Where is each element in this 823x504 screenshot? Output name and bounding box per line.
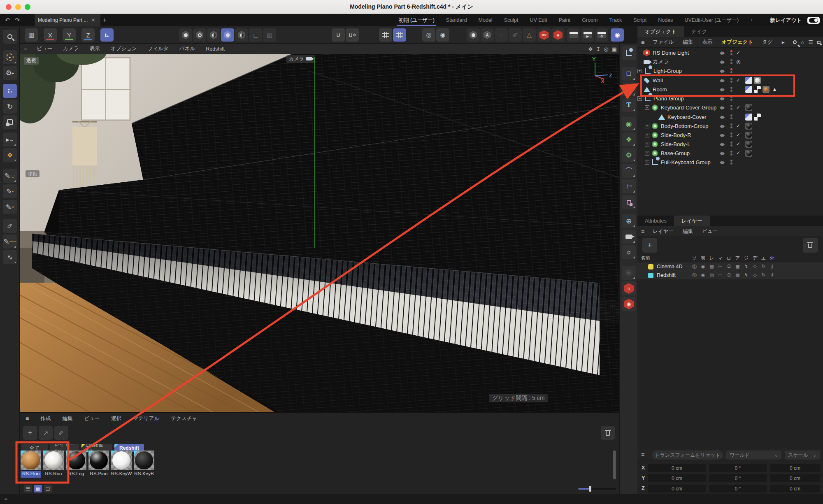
selection-move-icon[interactable]: ▸↔ xyxy=(3,132,17,146)
layout-item-uvedit[interactable]: UV Edit xyxy=(524,14,553,26)
null-object-icon[interactable] xyxy=(622,46,636,60)
asset-browser-icon[interactable]: ◉ xyxy=(611,28,624,42)
x-axis-lock-button[interactable]: X xyxy=(44,28,57,42)
object-row-full-keyboard-group[interactable]: + Full-Keyboard Group ◆◆ xyxy=(637,158,823,167)
coordinate-mode-dropdown[interactable]: スケール⌄ xyxy=(785,451,820,460)
layer-assign-icon[interactable]: ◆◆ xyxy=(720,132,723,138)
visibility-dots[interactable] xyxy=(730,59,732,64)
layer-menu-view[interactable]: ビュー xyxy=(697,228,722,235)
position-z-field[interactable]: 0 cm xyxy=(648,485,706,492)
pick-material-icon[interactable]: ✐ xyxy=(54,426,68,440)
layout-item-standard[interactable]: Standard xyxy=(440,14,473,26)
material-large-view-icon[interactable]: ❏ xyxy=(44,485,52,492)
rs-camera-icon[interactable]: ◉ xyxy=(622,297,636,311)
viewport-canvas[interactable]: 透視 カメラ 移動 グリッド間隔 : 5 cm Y X Z xyxy=(20,54,619,412)
phong-tag-icon[interactable] xyxy=(745,86,752,93)
annotate-icon[interactable]: A xyxy=(481,28,494,42)
traffic-lights[interactable] xyxy=(6,4,30,10)
compositing-tag-icon[interactable] xyxy=(754,114,761,121)
object-row-body-bottom-group[interactable]: + Body-Bottom-Group ◆◆ ✓ xyxy=(637,121,823,130)
redshift-renderview-icon[interactable]: RV xyxy=(537,28,551,42)
layer-assign-icon[interactable]: ◆◆ xyxy=(720,123,723,129)
spline-primitive-icon[interactable]: ◉ xyxy=(622,117,636,131)
visibility-dots[interactable] xyxy=(730,68,732,73)
volume-pen-icon[interactable]: ✎▪▪ xyxy=(3,200,17,214)
object-row-wall[interactable]: Wall ◆◆ ✓ xyxy=(637,76,823,85)
viewport-menu-panel[interactable]: パネル xyxy=(174,45,200,52)
shading-gouraud-icon[interactable] xyxy=(179,28,192,42)
om-popout-icon[interactable] xyxy=(817,39,821,45)
shading-isoparm-icon[interactable] xyxy=(235,28,248,42)
material-thumb-floor[interactable] xyxy=(21,451,41,470)
enabled-check-icon[interactable]: ✓ xyxy=(736,132,740,138)
snap-enable-icon[interactable]: ∪ xyxy=(332,28,345,42)
tab-objects[interactable]: オブジェクト xyxy=(637,26,684,37)
position-y-field[interactable]: 0 cm xyxy=(648,474,706,482)
camera-active-icon[interactable]: ◎ xyxy=(736,59,740,65)
light-create-icon[interactable]: ☼ xyxy=(622,245,636,259)
om-menu-file[interactable]: ファイル xyxy=(648,39,678,46)
reset-transform-button[interactable]: トランスフォームをリセット xyxy=(652,451,723,460)
grid-icon[interactable] xyxy=(379,28,392,42)
bend-deformer-icon[interactable]: ⌒ xyxy=(622,164,636,178)
material-node-editor-icon[interactable]: ✎ xyxy=(622,266,636,280)
layer-menu-layer[interactable]: レイヤー xyxy=(648,228,678,235)
material-label-piano[interactable]: RS-Pian xyxy=(88,471,109,478)
add-material-button[interactable]: + xyxy=(23,426,37,440)
coordinate-space-dropdown[interactable]: ワールド⌄ xyxy=(726,451,781,460)
layer-assign-icon[interactable]: ◆◆ xyxy=(720,151,723,156)
viewport-menu-options[interactable]: オプション xyxy=(105,45,142,52)
close-window-button[interactable] xyxy=(6,4,12,10)
multi-axis-move-icon[interactable]: ❖ xyxy=(3,148,17,162)
tab-attributes[interactable]: Attributes xyxy=(637,216,674,226)
enabled-check-icon[interactable]: ✓ xyxy=(736,150,740,156)
dotted-circle-icon[interactable]: ◌ xyxy=(495,28,508,42)
layer-toggle-icons[interactable]: Ⓢ◉▤⊢Ω▦↯◇↻∮ xyxy=(690,272,777,279)
thumbnail-size-knob[interactable] xyxy=(589,486,591,492)
layer-toggle-icons[interactable]: Ⓢ◉▤⊢Ω▦↯◇↻∮ xyxy=(690,264,777,270)
viewport-menu-view[interactable]: ビュー xyxy=(31,45,58,52)
load-material-icon[interactable]: ↗ xyxy=(39,426,53,440)
plane-icon[interactable]: □ xyxy=(622,67,636,81)
om-menu-edit[interactable]: 編集 xyxy=(678,39,697,46)
live-selection-icon[interactable]: ▸ xyxy=(3,50,17,64)
om-menu-objects[interactable]: オブジェクト xyxy=(717,39,758,46)
array-generator-icon[interactable]: ❖ xyxy=(622,132,636,146)
shading-wireframe-icon[interactable] xyxy=(221,28,234,42)
add-layer-button[interactable]: + xyxy=(642,238,657,253)
redo-icon[interactable]: ↷ xyxy=(12,16,22,24)
enabled-check-icon[interactable]: ✓ xyxy=(736,50,740,56)
tab-takes[interactable]: テイク xyxy=(684,26,714,37)
black-material-tag-icon[interactable] xyxy=(745,132,752,139)
grid-snap-icon[interactable] xyxy=(393,28,406,42)
selection-tag-icon[interactable]: ▲ xyxy=(771,86,778,93)
object-row-keyboard-cover[interactable]: Keyboard-Cover ◆◆ xyxy=(637,112,823,121)
viewport-menu-camera[interactable]: カメラ xyxy=(58,45,84,52)
black-material-tag-icon[interactable] xyxy=(745,141,752,148)
layer-assign-icon[interactable]: ◆◆ xyxy=(720,87,723,92)
black-material-tag-icon[interactable] xyxy=(745,104,752,111)
material-thumb-room[interactable] xyxy=(43,451,64,470)
minimize-window-button[interactable] xyxy=(15,4,21,10)
snap-settings-icon[interactable]: ∪⚙ xyxy=(346,28,359,42)
wood-texture-tag-icon[interactable] xyxy=(763,86,770,93)
compositing-tag-icon[interactable] xyxy=(754,86,761,93)
layout-item-track[interactable]: Track xyxy=(603,14,628,26)
visibility-dots[interactable] xyxy=(730,50,732,55)
z-axis-lock-button[interactable]: Z xyxy=(81,28,95,42)
visibility-dots[interactable] xyxy=(730,96,732,101)
delete-layer-icon[interactable] xyxy=(803,238,818,253)
visibility-dots[interactable] xyxy=(730,105,732,110)
material-menu-material[interactable]: マテリアル xyxy=(127,415,165,422)
material-grid-view-icon[interactable]: ▦ xyxy=(34,485,42,492)
rotation-y-field[interactable]: 0 ° xyxy=(709,474,767,482)
object-row-keyboard-cover-group[interactable]: − Keyboard-Cover-Group ◆◆ ✓ xyxy=(637,103,823,112)
visibility-dots[interactable] xyxy=(730,87,732,92)
material-thumb-piano[interactable] xyxy=(88,451,109,470)
expand-icon[interactable]: + xyxy=(645,133,649,137)
viewport-menu-icon[interactable]: ≡ xyxy=(20,46,31,52)
rotate-tool-icon[interactable]: ↻ xyxy=(3,100,17,114)
collapse-icon[interactable]: − xyxy=(645,105,649,110)
polygon-pen-icon[interactable]: ✎▪ xyxy=(3,184,17,198)
object-row-room[interactable]: Room ◆◆ ▲ xyxy=(637,85,823,94)
